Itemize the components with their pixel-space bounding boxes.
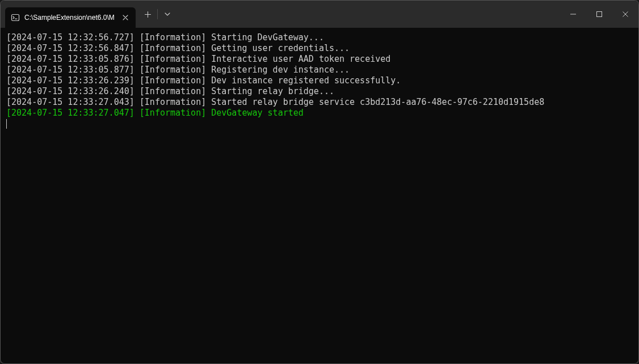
svg-rect-3 — [597, 12, 602, 17]
log-line: [2024-07-15 12:33:26.240] [Information] … — [6, 86, 633, 97]
terminal-icon — [11, 13, 20, 22]
titlebar-drag-area[interactable] — [176, 1, 560, 28]
close-icon — [123, 15, 128, 20]
log-line: [2024-07-15 12:32:56.727] [Information] … — [6, 32, 633, 43]
chevron-down-icon — [165, 12, 170, 16]
close-window-button[interactable] — [612, 5, 638, 23]
window-controls — [560, 1, 638, 28]
close-icon — [623, 11, 628, 17]
tab-title: C:\SampleExtension\net6.0\M — [24, 14, 116, 22]
maximize-button[interactable] — [586, 5, 612, 23]
minimize-icon — [570, 11, 576, 17]
log-line: [2024-07-15 12:32:56.847] [Information] … — [6, 43, 633, 54]
window-titlebar: C:\SampleExtension\net6.0\M — [1, 1, 638, 28]
log-line: [2024-07-15 12:33:27.047] [Information] … — [6, 108, 633, 118]
terminal-output[interactable]: [2024-07-15 12:32:56.727] [Information] … — [1, 28, 638, 363]
tab-close-button[interactable] — [121, 13, 130, 22]
plus-icon — [145, 11, 151, 18]
divider — [157, 9, 158, 19]
log-line: [2024-07-15 12:33:27.043] [Information] … — [6, 97, 633, 108]
log-line: [2024-07-15 12:33:05.877] [Information] … — [6, 65, 633, 75]
terminal-cursor — [6, 119, 7, 129]
maximize-icon — [596, 11, 602, 17]
log-line: [2024-07-15 12:33:26.239] [Information] … — [6, 75, 633, 86]
tabs-area: C:\SampleExtension\net6.0\M — [1, 1, 136, 28]
new-tab-button[interactable] — [139, 5, 156, 23]
log-line: [2024-07-15 12:33:05.876] [Information] … — [6, 54, 633, 65]
tab-active[interactable]: C:\SampleExtension\net6.0\M — [5, 7, 136, 28]
tab-dropdown-button[interactable] — [159, 5, 176, 23]
tab-toolbar — [136, 1, 176, 28]
svg-rect-0 — [12, 15, 19, 21]
minimize-button[interactable] — [560, 5, 586, 23]
